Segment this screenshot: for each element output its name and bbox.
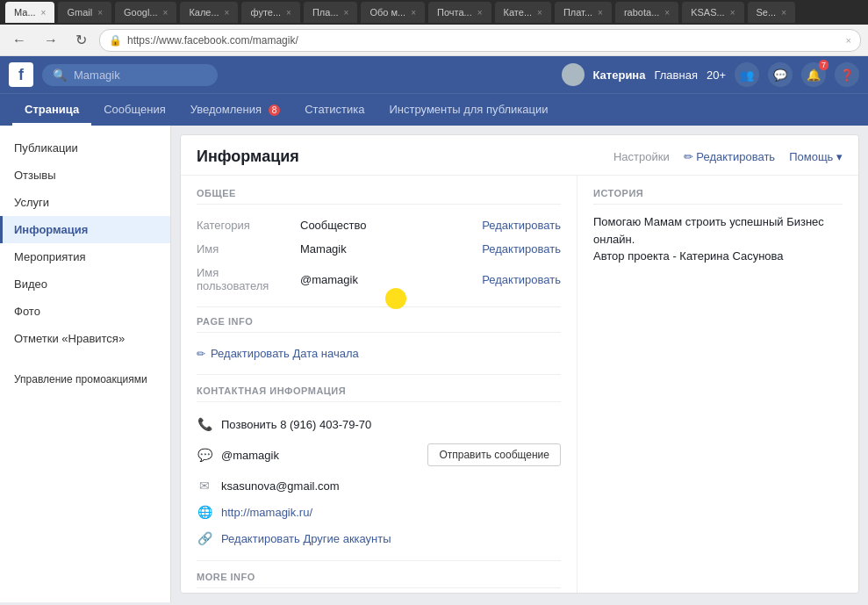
more-info-section: MORE INFO ℹ Информация Планирование жизн… [197,572,561,594]
tab-close-btn[interactable]: × [97,8,103,18]
tab-close-btn[interactable]: × [537,8,542,18]
tab-rabota[interactable]: rabotа... × [615,2,678,23]
tab-label: Почта... [437,7,472,18]
field-row-username: Имя пользователя @mamagik Редактировать [197,261,561,298]
page-info-title: PAGE INFO [197,316,561,333]
search-input[interactable] [74,68,197,82]
main-nav-link[interactable]: Главная [654,68,697,82]
tab-google[interactable]: Googl... × [115,2,176,23]
tab-label: Googl... [124,7,158,18]
nav-item-tools[interactable]: Инструменты для публикации [377,94,560,126]
browser-titlebar: Ма... × Gmail × Googl... × Кале... × фут… [0,0,868,25]
tab-label: Кале... [189,7,219,18]
more-info-title: MORE INFO [197,572,561,588]
info-left-column: ОБЩЕЕ Категория Сообщество Редактировать… [181,176,577,594]
history-section-title: ИСТОРИЯ [593,188,843,205]
back-button[interactable]: ← [7,31,32,50]
tab-close-btn[interactable]: × [344,8,349,18]
page-info-section: PAGE INFO ✏ Редактировать Дата начала [197,316,561,365]
phone-icon: 📞 [197,417,212,431]
sidebar-item-photo[interactable]: Фото [0,298,170,325]
settings-link[interactable]: Настройки [613,150,670,163]
tab-close-btn[interactable]: × [664,8,670,18]
tab-label: футе... [250,7,281,18]
general-section-title: ОБЩЕЕ [197,188,561,205]
contact-section: КОНТАКТНАЯ ИНФОРМАЦИЯ 📞 Позвонить 8 (916… [197,385,561,551]
tab-close-btn[interactable]: × [163,8,169,18]
tab-kale[interactable]: Кале... × [180,2,238,23]
tab-pla[interactable]: Пла... × [304,2,357,23]
sidebar-item-video[interactable]: Видео [0,270,170,298]
tab-close-btn[interactable]: × [286,8,291,18]
fb-search-bar[interactable]: 🔍 [42,64,218,86]
friends-icon[interactable]: 👥 [735,62,759,87]
tab-label: Обо м... [369,7,405,18]
tab-close-btn[interactable]: × [730,8,735,18]
contact-phone: Позвонить 8 (916) 403-79-70 [221,418,561,431]
edit-link[interactable]: ✏ Редактировать [684,150,775,163]
tab-close-btn[interactable]: × [411,8,416,18]
field-label-category: Категория [197,219,293,232]
sidebar-manage-promotions[interactable]: Управление промоакциями [0,366,170,393]
tab-label: KSAS... [691,7,725,18]
nav-item-stranitsa[interactable]: Страница [12,94,91,126]
edit-category-btn[interactable]: Редактировать [482,219,561,232]
tab-label: rabotа... [624,7,659,18]
sidebar-item-likes[interactable]: Отметки «Нравится» [0,325,170,352]
browser-toolbar: ← → ↻ 🔒 https://www.facebook.com/mamagik… [0,25,868,56]
close-icon: × [846,35,851,46]
forward-button[interactable]: → [39,31,63,50]
notification-badge: 7 [819,60,829,70]
sidebar-item-publications[interactable]: Публикации [0,134,170,162]
sidebar: Публикации Отзывы Услуги Информация Меро… [0,126,171,602]
edit-username-btn[interactable]: Редактировать [482,273,561,286]
tab-kate[interactable]: Кате... × [495,2,551,23]
tab-close-btn[interactable]: × [781,8,786,18]
contact-website[interactable]: http://mamagik.ru/ [221,506,561,519]
field-label-username: Имя пользователя [197,266,293,292]
email-icon: ✉ [197,479,212,493]
sidebar-item-services[interactable]: Услуги [0,189,170,216]
nav-item-statistika[interactable]: Статистика [292,94,377,126]
pencil-icon: ✏ [197,348,205,360]
tab-label: Пла... [312,7,339,18]
tab-ksas[interactable]: KSAS... × [682,2,743,23]
sidebar-item-reviews[interactable]: Отзывы [0,162,170,189]
tab-obo[interactable]: Обо м... × [361,2,425,23]
info-content: Информация Настройки ✏ Редактировать Пом… [180,134,859,594]
send-message-button[interactable]: Отправить сообщение [427,443,561,466]
contact-row-messenger: 💬 @mamagik Отправить сообщение [197,437,561,472]
messages-icon[interactable]: 💬 [768,62,793,87]
nav-item-soobshenia[interactable]: Сообщения [91,94,178,126]
web-icon: 🌐 [197,505,212,519]
reload-button[interactable]: ↻ [70,30,92,50]
tab-gmail[interactable]: Gmail × [58,2,111,23]
edit-name-btn[interactable]: Редактировать [482,242,561,256]
address-bar[interactable]: 🔒 https://www.facebook.com/mamagik/ × [99,29,861,52]
sidebar-item-info[interactable]: Информация [0,216,170,243]
tab-pochta[interactable]: Почта... × [428,2,491,23]
user-avatar [562,63,585,86]
info-actions: Настройки ✏ Редактировать Помощь ▾ [613,150,843,163]
field-value-name: Mamagik [300,242,475,256]
edit-start-date-link[interactable]: ✏ Редактировать Дата начала [197,342,561,365]
tab-close-btn[interactable]: × [477,8,483,18]
info-right-column: ИСТОРИЯ Помогаю Мамам строить успешный Б… [577,176,858,594]
field-row-category: Категория Сообщество Редактировать [197,213,561,237]
help-link[interactable]: Помощь ▾ [789,150,843,163]
tab-label: Gmail [67,7,92,18]
help-icon[interactable]: ❓ [835,62,859,87]
nav-item-uvedom[interactable]: Уведомления 8 [178,94,292,126]
tab-se[interactable]: Se... × [748,2,795,23]
sidebar-item-events[interactable]: Мероприятия [0,243,170,270]
active-tab[interactable]: Ма... × [5,2,54,23]
notifications-icon[interactable]: 🔔 7 [801,62,826,87]
tab-plat[interactable]: Плат... × [555,2,612,23]
tab-close-btn[interactable]: × [598,8,603,18]
tab-close-btn[interactable]: × [225,8,230,18]
tab-fute[interactable]: футе... × [241,2,299,23]
tab-close-btn[interactable]: × [41,8,47,18]
edit-accounts-link[interactable]: Редактировать Другие аккаунты [221,532,561,545]
page-navigation: Страница Сообщения Уведомления 8 Статист… [0,93,868,126]
contact-row-accounts: 🔗 Редактировать Другие аккаунты [197,525,561,551]
